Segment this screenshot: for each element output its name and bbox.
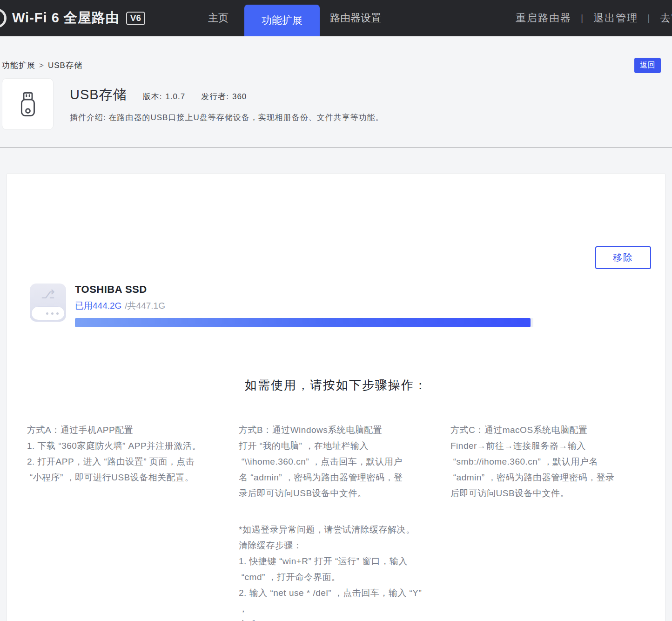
plugin-description: 插件介绍: 在路由器的USB口接上U盘等存储设备，实现相册备份、文件共享等功能。 [70,112,384,123]
brand-logo-mark-icon [0,8,7,28]
method-b-note-line: 清除缓存步骤： [239,538,430,554]
nav-tab-extensions[interactable]: 功能扩展 [244,5,320,36]
method-c-line: 后即可访问USB设备中文件。 [450,486,642,501]
method-a-title: 方式A：通过手机APP配置 [27,422,219,438]
plugin-title: USB存储 [70,86,127,104]
method-a-column: 方式A：通过手机APP配置 1. 下载 “360家庭防火墙” APP并注册激活。… [27,422,219,621]
section-divider [0,147,672,148]
plugin-info: USB存储 版本:1.0.7 发行者:360 插件介绍: 在路由器的USB口接上… [70,78,384,130]
nav-separator: | [577,13,588,24]
method-b-note-line: “cmd” ，打开命令界面。 [239,569,430,585]
storage-progress-fill [75,318,531,327]
method-c-line: “smb://ihome.360.cn” ，默认用户名 [450,454,642,470]
primary-nav: 主页 功能扩展 路由器设置 [192,0,391,36]
steps-heading: 如需使用，请按如下步骤操作： [7,377,665,393]
device-info: TOSHIBA SSD 已用444.2G/共447.1G [75,284,533,327]
brand-version-badge: V6 [126,12,145,25]
method-a-line: 2. 打开APP，进入 “路由设置” 页面，点击 [27,454,219,470]
nav-tab-home[interactable]: 主页 [192,11,244,25]
method-a-line: “小程序” ，即可进行USB设备相关配置。 [27,470,219,486]
method-b-line: 名 “admin” ，密码为路由器管理密码，登 [239,470,430,486]
method-b-line: 打开 “我的电脑” ，在地址栏输入 [239,438,430,454]
method-a-line: 1. 下载 “360家庭防火墙” APP并注册激活。 [27,438,219,454]
breadcrumb: 功能扩展>USB存储 [2,60,82,71]
method-b-line: 录后即可访问USB设备中文件。 [239,486,430,501]
reboot-router-link[interactable]: 重启路由器 [510,11,577,25]
official-site-link[interactable]: 去官网 [654,11,672,25]
steps-columns: 方式A：通过手机APP配置 1. 下载 “360家庭防火墙” APP并注册激活。… [7,422,665,621]
nav-tab-router-settings[interactable]: 路由器设置 [320,11,391,25]
device-name: TOSHIBA SSD [75,284,533,296]
brand-logo: Wi-Fi 6 全屋路由 V6 [0,0,145,36]
top-navbar: Wi-Fi 6 全屋路由 V6 主页 功能扩展 路由器设置 重启路由器 | 退出… [0,0,672,36]
logout-admin-link[interactable]: 退出管理 [588,11,644,25]
method-c-column: 方式C：通过macOS系统电脑配置 Finder→前往→连接服务器→输入 “sm… [450,422,642,621]
router-admin-page: Wi-Fi 6 全屋路由 V6 主页 功能扩展 路由器设置 重启路由器 | 退出… [0,0,672,621]
method-b-note-line: 1. 快捷键 “win+R” 打开 “运行” 窗口，输入 [239,554,430,569]
plugin-publisher: 发行者:360 [201,91,247,102]
plugin-header: USB存储 版本:1.0.7 发行者:360 插件介绍: 在路由器的USB口接上… [0,78,672,130]
usb-flash-drive-icon [13,90,42,119]
back-button[interactable]: 返回 [634,58,661,73]
method-b-note-line: 2. 输入 “net use * /del” ，点击回车，输入 “Y” ， [239,585,430,617]
method-b-column: 方式B：通过Windows系统电脑配置 打开 “我的电脑” ，在地址栏输入 “\… [239,422,430,621]
device-usage: 已用444.2G/共447.1G [75,300,533,312]
method-c-line: Finder→前往→连接服务器→输入 [450,438,642,454]
method-b-note-line: 完成。 [239,617,430,621]
plugin-detail-card: 移除 ⎇ TOSHIBA SSD 已用444.2G/共447.1G 如需使用，请… [7,173,665,621]
used-capacity: 已用444.2G [75,301,121,310]
usb-symbol-icon: ⎇ [30,288,66,300]
brand-logo-text: Wi-Fi 6 全屋路由 [12,9,120,27]
breadcrumb-parent[interactable]: 功能扩展 [2,61,35,70]
method-b-line: “\\ihome.360.cn” ，点击回车，默认用户 [239,454,430,470]
breadcrumb-row: 功能扩展>USB存储 返回 [0,58,672,73]
method-c-title: 方式C：通过macOS系统电脑配置 [450,422,642,438]
breadcrumb-current: USB存储 [48,61,82,70]
method-b-title: 方式B：通过Windows系统电脑配置 [239,422,430,438]
usb-storage-device-icon: ⎇ [30,284,66,322]
storage-progress-bar [75,318,533,327]
nav-separator: | [644,13,654,24]
total-capacity: /共447.1G [125,301,165,310]
nav-actions: 重启路由器 | 退出管理 | 去官网 [510,0,672,36]
remove-button[interactable]: 移除 [595,246,651,269]
plugin-version: 版本:1.0.7 [143,91,186,102]
plugin-icon-box [2,78,54,130]
method-b-note-line: *如遇登录异常问题，请尝试清除缓存解决。 [239,522,430,538]
method-c-line: “admin” ，密码为路由器管理密码，登录 [450,470,642,486]
storage-device-row: ⎇ TOSHIBA SSD 已用444.2G/共447.1G [7,174,665,327]
breadcrumb-separator: > [39,61,44,70]
